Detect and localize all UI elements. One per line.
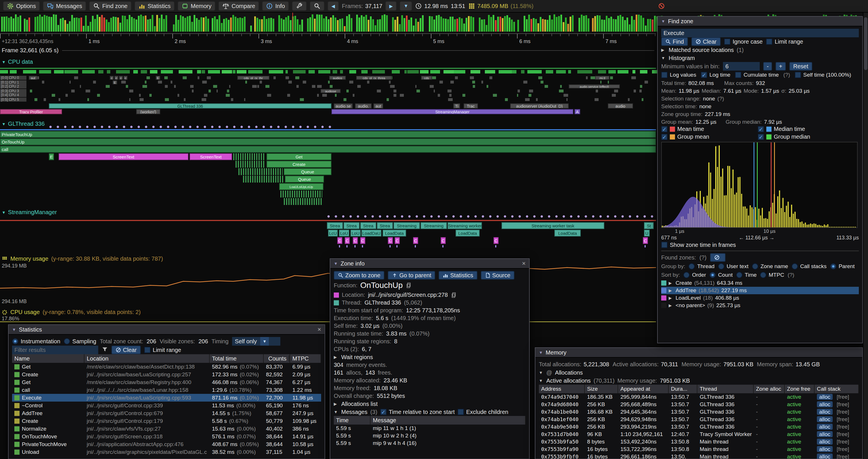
frame-bar[interactable]: [156, 15, 158, 32]
next-frame-button[interactable]: ▶: [385, 1, 397, 11]
collapse-arrow-icon[interactable]: ▼: [334, 261, 338, 266]
cpu-zone-chip[interactable]: E: [156, 76, 160, 80]
exclude-children-checkbox[interactable]: Exclude children: [458, 409, 508, 415]
frame-bar[interactable]: [535, 19, 537, 32]
frame-bar[interactable]: [312, 14, 313, 32]
frame-bar[interactable]: [339, 19, 341, 32]
frame-bar[interactable]: [542, 19, 544, 32]
frame-bar[interactable]: [624, 20, 626, 32]
collapse-arrow-icon[interactable]: ▼: [661, 19, 665, 24]
zone-bar[interactable]: Queue: [285, 176, 324, 183]
frame-bar[interactable]: [370, 17, 372, 32]
zone-bar[interactable]: [396, 245, 398, 248]
frame-bar[interactable]: [436, 15, 437, 32]
clear-filter-button[interactable]: Clear: [112, 346, 141, 354]
log-values-checkbox[interactable]: Log values: [661, 72, 696, 78]
min-bin-input[interactable]: [723, 62, 760, 71]
frame-bar[interactable]: [124, 16, 126, 32]
frame-bar[interactable]: [433, 20, 435, 32]
find-zone-titlebar[interactable]: ▼ Find zone: [658, 17, 862, 26]
allocation-row[interactable]: 0x7553b9fa50 8 bytes 153,492,240ns 13:50…: [539, 438, 859, 446]
cpu-zone-chip[interactable]: audios: [329, 76, 346, 80]
frame-dropdown-button[interactable]: ▼: [400, 1, 412, 11]
sort-by-radio[interactable]: Count: [709, 272, 733, 278]
group-by-radio[interactable]: Zone name: [752, 263, 788, 269]
frame-bar[interactable]: [488, 15, 490, 32]
bin-minus-button[interactable]: -: [763, 62, 772, 71]
frame-bar[interactable]: [399, 24, 401, 32]
frame-bar[interactable]: [328, 19, 330, 32]
statistics-row[interactable]: PrivateTouchMove jni/../jni/application/…: [12, 440, 321, 448]
frame-bar[interactable]: [159, 18, 160, 32]
frame-bar[interactable]: [290, 20, 291, 32]
frame-bar[interactable]: [626, 18, 628, 32]
frame-bar[interactable]: [461, 19, 463, 32]
frame-bar[interactable]: [572, 15, 574, 32]
zone-bar[interactable]: ScreenText: [59, 153, 188, 160]
cpu-thread-chip[interactable]: Trac: [464, 103, 478, 108]
frame-bar[interactable]: [196, 18, 197, 32]
thread-value[interactable]: GLThread 336: [365, 299, 401, 306]
zone-bar[interactable]: C: [395, 237, 400, 244]
wait-regions-tree[interactable]: ▶ Wait regions: [334, 353, 526, 361]
zone-bar[interactable]: C: [345, 237, 350, 244]
frame-bar[interactable]: [78, 18, 80, 32]
frame-bar[interactable]: [223, 19, 225, 32]
sort-by-radio[interactable]: Time: [736, 272, 757, 278]
frame-bar[interactable]: [484, 19, 485, 32]
frame-bar[interactable]: [115, 17, 117, 32]
frame-bar[interactable]: [359, 18, 360, 32]
limit-range-checkbox[interactable]: Limit range: [766, 38, 803, 45]
zone-bar[interactable]: [415, 245, 416, 248]
frame-bar[interactable]: [533, 18, 534, 32]
legend-checkbox[interactable]: ✓ Group mean: [661, 133, 758, 140]
group-by-radio[interactable]: User text: [718, 263, 748, 269]
frame-bar[interactable]: [94, 19, 96, 32]
frame-bar[interactable]: [8, 18, 10, 32]
frame-bar[interactable]: [363, 17, 365, 32]
frame-bar[interactable]: [431, 17, 433, 32]
zone-bar[interactable]: E: [49, 153, 54, 160]
frame-bar[interactable]: [599, 15, 600, 32]
self-time-checkbox[interactable]: Self time (100.00%): [795, 72, 851, 78]
allocations-section[interactable]: ▼ @ Allocations: [539, 368, 859, 376]
frame-bar[interactable]: [60, 19, 61, 32]
statistics-row[interactable]: Normalize jni/../jni/src/claw/vfs/Vfs.cp…: [12, 425, 321, 433]
cpu-thread-chip[interactable]: StreamingManager: [332, 109, 573, 114]
zone-bar[interactable]: [239, 168, 283, 175]
found-zone-row[interactable]: ▶ AddTree (18,542) 227.19 ms: [661, 287, 859, 294]
frame-bar[interactable]: [200, 17, 202, 32]
frame-bar[interactable]: [131, 17, 133, 32]
group-by-radio[interactable]: Parent: [830, 263, 855, 269]
cpu-zone-chip[interactable]: audiose: [320, 89, 341, 93]
frame-bar[interactable]: [481, 20, 483, 32]
frame-bar[interactable]: [422, 15, 424, 32]
frame-bar[interactable]: [499, 17, 501, 32]
frame-bar[interactable]: [472, 17, 474, 32]
frame-bar[interactable]: [175, 15, 177, 32]
close-icon[interactable]: ×: [522, 260, 526, 267]
memory-button[interactable]: Memory: [178, 1, 215, 11]
alloc-callstack-button[interactable]: alloc: [817, 454, 833, 459]
frame-bar[interactable]: [294, 16, 296, 32]
frame-bar[interactable]: [554, 14, 555, 32]
memory-titlebar[interactable]: ▼ Memory: [535, 348, 862, 358]
statistics-table-header[interactable]: Name Location Total time Counts ▼ MTPC: [12, 354, 321, 363]
cpu-zone-chip[interactable]: c: [110, 76, 114, 80]
alloc-callstack-button[interactable]: alloc: [817, 416, 833, 422]
frame-bar[interactable]: [563, 22, 564, 32]
frame-bar[interactable]: [101, 15, 103, 32]
frame-bar[interactable]: [254, 17, 256, 32]
filter-menu-button[interactable]: [102, 346, 108, 354]
frame-bar[interactable]: [46, 16, 48, 32]
frame-bar[interactable]: [152, 15, 153, 32]
frame-bar[interactable]: [232, 15, 234, 32]
frame-bar[interactable]: [415, 19, 417, 32]
zone-bar[interactable]: PrivateTouchUp: [0, 131, 656, 138]
frame-bar[interactable]: [173, 24, 175, 32]
frame-bar[interactable]: [96, 14, 98, 32]
frame-bar[interactable]: [486, 25, 488, 32]
cpu-thread-chip[interactable]: A: [575, 109, 580, 114]
frame-bar[interactable]: [397, 17, 398, 32]
allocation-row[interactable]: 0x74a9d68040 256 KB 295,668,489ns 13:50.…: [539, 401, 859, 408]
